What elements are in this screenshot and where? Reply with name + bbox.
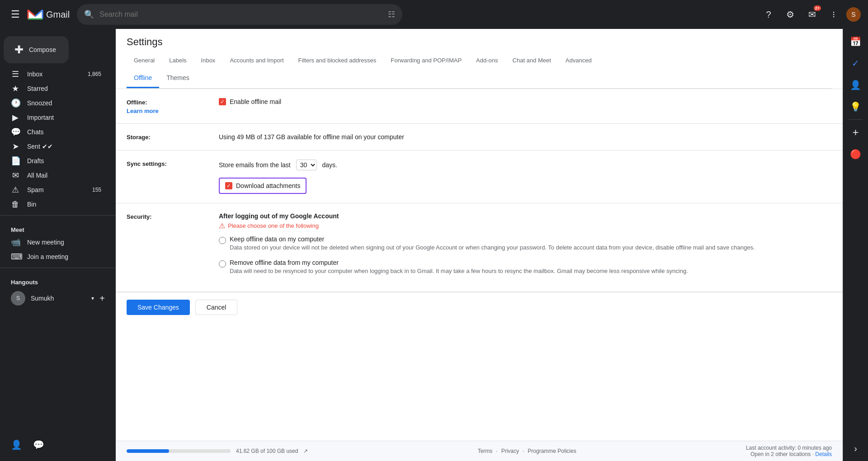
sidebar-item-important[interactable]: ▶ Important (0, 110, 108, 125)
bottom-right-info: Last account activity: 0 minutes ago Ope… (746, 445, 832, 457)
sidebar-item-label: Snoozed (27, 99, 101, 107)
sync-label-text: Sync settings: (127, 160, 167, 167)
policies-link[interactable]: Programme Policies (528, 448, 576, 454)
storage-external-link-icon[interactable]: ↗ (303, 448, 308, 454)
tab-forwarding[interactable]: Forwarding and POP/IMAP (383, 53, 469, 69)
avatar[interactable]: S (846, 7, 861, 22)
download-attachments-label: Download attachments (236, 182, 300, 189)
hangouts-section: Hangouts S Sumukh ▾ + (0, 272, 116, 311)
sidebar-item-sent[interactable]: ➤ Sent ✔✔ (0, 139, 108, 154)
drafts-icon: 📄 (11, 156, 20, 166)
settings-title: Settings (127, 36, 832, 48)
sidebar-item-new-meeting[interactable]: 📹 New meeting (0, 235, 108, 249)
hangouts-user-name: Sumukh (31, 295, 86, 302)
storage-content: Using 49 MB of 137 GB available for offl… (219, 133, 832, 141)
sidebar-item-snoozed[interactable]: 🕐 Snoozed (0, 96, 108, 110)
other-locations-text: Open in 2 other locations · Details (746, 451, 832, 457)
privacy-link[interactable]: Privacy (501, 448, 519, 454)
tab-advanced[interactable]: Advanced (558, 53, 599, 69)
meet-section-header: Meet (0, 219, 116, 235)
search-icon: 🔍 (84, 9, 94, 19)
radio-keep-desc: Data stored on your device will not be d… (230, 244, 755, 252)
enable-offline-label: Enable offline mail (230, 98, 281, 105)
spam-icon: ⚠ (11, 185, 20, 195)
details-link[interactable]: Details (815, 451, 832, 457)
open-in-locations: Open in 2 other locations · (750, 451, 815, 457)
terms-link[interactable]: Terms (478, 448, 493, 454)
right-panel-calendar-icon[interactable]: 📅 (847, 33, 865, 51)
subtab-offline[interactable]: Offline (127, 69, 159, 88)
topbar: ☰ Gmail 🔍 ☷ ? ⚙ ✉ 2+ ⁝ S (0, 0, 868, 29)
dot-separator: · (496, 448, 497, 454)
right-panel-expand-button[interactable]: › (847, 439, 865, 457)
security-label: Security: (127, 212, 208, 220)
bottom-bar: 41.62 GB of 100 GB used ↗ Terms · Privac… (116, 441, 843, 461)
sidebar-item-spam[interactable]: ⚠ Spam 155 (0, 183, 108, 197)
save-button[interactable]: Save Changes (127, 300, 190, 315)
sidebar-item-starred[interactable]: ★ Starred (0, 81, 108, 96)
storage-label: Storage: (127, 133, 208, 141)
tab-inbox[interactable]: Inbox (194, 53, 223, 69)
storage-bar-fill (127, 449, 169, 453)
tab-addons[interactable]: Add-ons (469, 53, 505, 69)
tab-labels[interactable]: Labels (162, 53, 193, 69)
subtab-themes[interactable]: Themes (159, 69, 197, 88)
sync-content: Store emails from the last 7 10 30 60 90… (219, 160, 832, 194)
important-icon: ▶ (11, 113, 20, 122)
radio-remove-label: Remove offline data from my computer (230, 259, 688, 266)
chat-icon[interactable]: 💬 (29, 436, 48, 454)
right-panel-add-button[interactable]: + (847, 123, 865, 141)
sidebar-item-join-meeting[interactable]: ⌨ Join a meeting (0, 249, 108, 264)
sent-icon: ➤ (11, 141, 20, 151)
radio-remove[interactable] (219, 260, 226, 268)
right-panel-contacts-icon[interactable]: 👤 (847, 76, 865, 94)
sidebar-item-drafts[interactable]: 📄 Drafts (0, 154, 108, 168)
sidebar-item-label: Important (27, 114, 101, 121)
hangouts-user-item[interactable]: S Sumukh ▾ + (7, 289, 108, 307)
help-button[interactable]: ? (760, 5, 778, 24)
settings-body: Offline: Learn more ✓ Enable offline mai… (116, 89, 843, 441)
settings-footer: Save Changes Cancel (116, 292, 843, 322)
sync-days-select[interactable]: 7 10 30 60 90 (296, 160, 317, 170)
enable-offline-row: ✓ Enable offline mail (219, 98, 832, 105)
allmail-icon: ✉ (11, 170, 20, 180)
learn-more-link[interactable]: Learn more (127, 108, 208, 114)
sidebar-item-allmail[interactable]: ✉ All Mail (0, 168, 108, 183)
download-attachments-checkbox[interactable]: ✓ (225, 182, 232, 189)
sidebar-item-bin[interactable]: 🗑 Bin (0, 197, 108, 212)
chats-icon: 💬 (11, 127, 20, 137)
menu-icon[interactable]: ☰ (7, 5, 24, 24)
right-panel-chat-icon[interactable]: 🔴 (847, 145, 865, 163)
storage-bar (127, 449, 231, 453)
right-panel-keep-icon[interactable]: 💡 (847, 98, 865, 116)
inbox-count: 1,865 (88, 71, 101, 77)
tab-chat[interactable]: Chat and Meet (505, 53, 558, 69)
compose-button[interactable]: ✚ Compose (4, 36, 69, 63)
enable-offline-checkbox[interactable]: ✓ (219, 98, 226, 105)
radio-keep[interactable] (219, 237, 226, 244)
search-bar: 🔍 ☷ (77, 4, 402, 25)
storage-text: Using 49 MB of 137 GB available for offl… (219, 133, 404, 141)
sidebar-bottom: 👤 💬 (0, 432, 116, 457)
person-icon[interactable]: 👤 (7, 436, 26, 454)
settings-button[interactable]: ⚙ (781, 5, 799, 24)
tab-general[interactable]: General (127, 53, 162, 69)
bin-icon: 🗑 (11, 200, 20, 209)
tab-accounts[interactable]: Accounts and Import (222, 53, 291, 69)
inbox-icon: ☰ (11, 69, 20, 79)
sync-label: Sync settings: (127, 160, 208, 167)
right-panel-tasks-icon[interactable]: ✓ (847, 54, 865, 72)
tab-filters[interactable]: Filters and blocked addresses (291, 53, 384, 69)
hangouts-add-button[interactable]: + (99, 293, 105, 304)
search-options-icon[interactable]: ☷ (388, 9, 395, 19)
bottom-links: Terms · Privacy · Programme Policies (478, 448, 576, 454)
hangouts-dropdown-icon: ▾ (91, 295, 94, 301)
cancel-button[interactable]: Cancel (195, 300, 238, 315)
radio-keep-content: Keep offline data on my computer Data st… (230, 235, 755, 252)
gmail-logo-svg (27, 8, 43, 21)
sidebar-item-chats[interactable]: 💬 Chats (0, 125, 108, 139)
search-input[interactable] (99, 10, 382, 19)
mail-button[interactable]: ✉ 2+ (803, 5, 821, 24)
sidebar-item-inbox[interactable]: ☰ Inbox 1,865 (0, 67, 108, 81)
apps-button[interactable]: ⁝ (825, 5, 843, 24)
